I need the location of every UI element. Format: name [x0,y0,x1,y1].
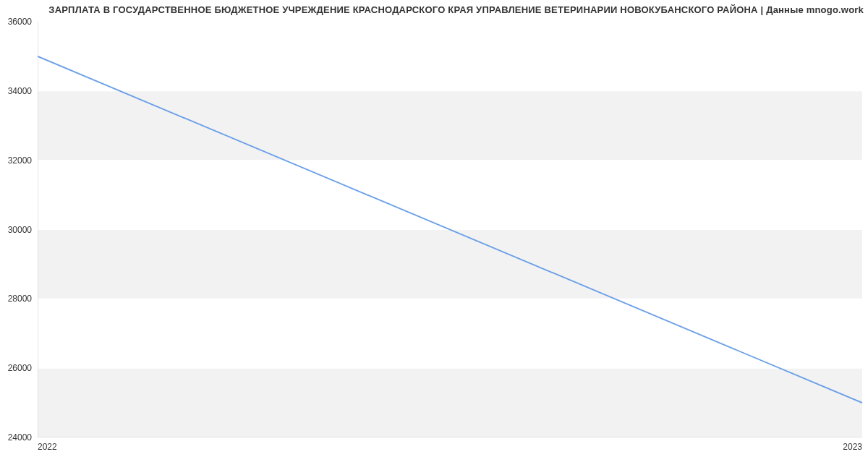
y-tick-label: 36000 [8,17,32,27]
grid-band [38,161,862,230]
y-tick-label: 32000 [8,155,32,166]
y-tick-label: 34000 [8,86,32,96]
y-tick-label: 24000 [8,432,32,443]
chart-svg [38,22,862,437]
chart-container: 2400026000280003000032000340003600020222… [38,22,862,437]
chart-title: ЗАРПЛАТА В ГОСУДАРСТВЕННОЕ БЮДЖЕТНОЕ УЧР… [0,4,864,15]
y-tick-label: 28000 [8,294,32,304]
plot-area: 2400026000280003000032000340003600020222… [38,22,862,437]
grid-band [38,22,862,91]
y-tick-label: 30000 [8,225,32,235]
x-tick-label: 2022 [38,442,57,452]
grid-band [38,91,862,161]
grid-band [38,230,862,299]
grid-band [38,368,862,437]
x-tick-label: 2023 [843,442,862,452]
grid-band [38,299,862,368]
y-tick-label: 26000 [8,363,32,373]
